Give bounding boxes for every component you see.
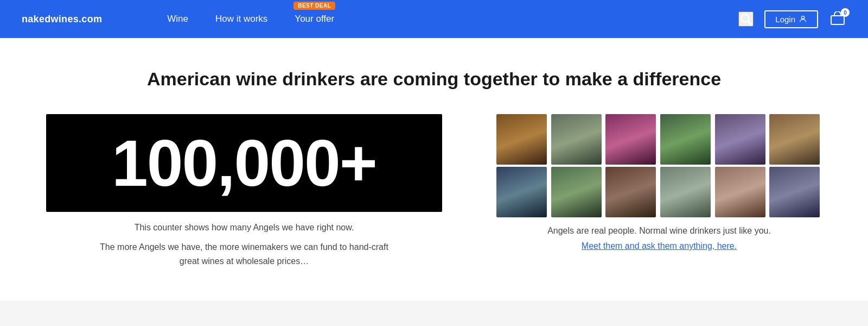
svg-point-2 bbox=[801, 16, 804, 19]
angel-photo-4 bbox=[660, 114, 711, 165]
site-logo[interactable]: nakedwines.com bbox=[22, 14, 102, 25]
content-grid: 100,000+ This counter shows how many Ang… bbox=[33, 114, 835, 268]
cart-count: 0 bbox=[841, 8, 850, 17]
angel-photo-8 bbox=[551, 167, 602, 217]
svg-line-1 bbox=[748, 21, 751, 24]
angel-photo-7 bbox=[496, 167, 547, 217]
site-header: nakedwines.com Wine How it works BEST DE… bbox=[0, 0, 868, 38]
best-deal-badge: BEST DEAL bbox=[293, 2, 335, 10]
angel-photo-10 bbox=[660, 167, 711, 217]
angel-photo-9 bbox=[605, 167, 656, 217]
angel-photo-6 bbox=[769, 114, 820, 165]
angel-counter: 100,000+ bbox=[46, 114, 442, 212]
nav-wine[interactable]: Wine bbox=[167, 14, 188, 24]
nav-how-it-works[interactable]: How it works bbox=[215, 14, 267, 24]
meet-angels-link[interactable]: Meet them and ask them anything, here. bbox=[496, 241, 822, 251]
user-icon bbox=[799, 15, 807, 23]
login-button[interactable]: Login bbox=[764, 10, 818, 28]
angel-photo-3 bbox=[605, 114, 656, 165]
search-button[interactable] bbox=[738, 11, 754, 27]
angel-photo-1 bbox=[496, 114, 547, 165]
cart-button[interactable]: 0 bbox=[829, 11, 846, 27]
left-column: 100,000+ This counter shows how many Ang… bbox=[46, 114, 442, 268]
search-icon bbox=[739, 12, 752, 26]
angel-photo-11 bbox=[715, 167, 765, 217]
angels-description: Angels are real people. Normal wine drin… bbox=[496, 226, 822, 236]
angel-photo-2 bbox=[551, 114, 602, 165]
main-nav: Wine How it works BEST DEAL Your offer bbox=[167, 14, 738, 24]
main-content: American wine drinkers are coming togeth… bbox=[0, 41, 868, 300]
nav-your-offer-wrapper: BEST DEAL Your offer bbox=[295, 14, 334, 24]
angel-photo-12 bbox=[769, 167, 820, 217]
angel-photo-5 bbox=[715, 114, 765, 165]
page-headline: American wine drinkers are coming togeth… bbox=[33, 68, 835, 90]
header-right: Login 0 bbox=[738, 10, 846, 28]
counter-description: This counter shows how many Angels we ha… bbox=[46, 223, 442, 233]
nav-your-offer[interactable]: Your offer bbox=[295, 14, 334, 24]
svg-point-0 bbox=[742, 15, 749, 22]
svg-rect-3 bbox=[831, 16, 844, 24]
right-column: Angels are real people. Normal wine drin… bbox=[496, 114, 822, 251]
angels-photo-grid bbox=[496, 114, 822, 217]
counter-detail: The more Angels we have, the more winema… bbox=[46, 240, 442, 268]
